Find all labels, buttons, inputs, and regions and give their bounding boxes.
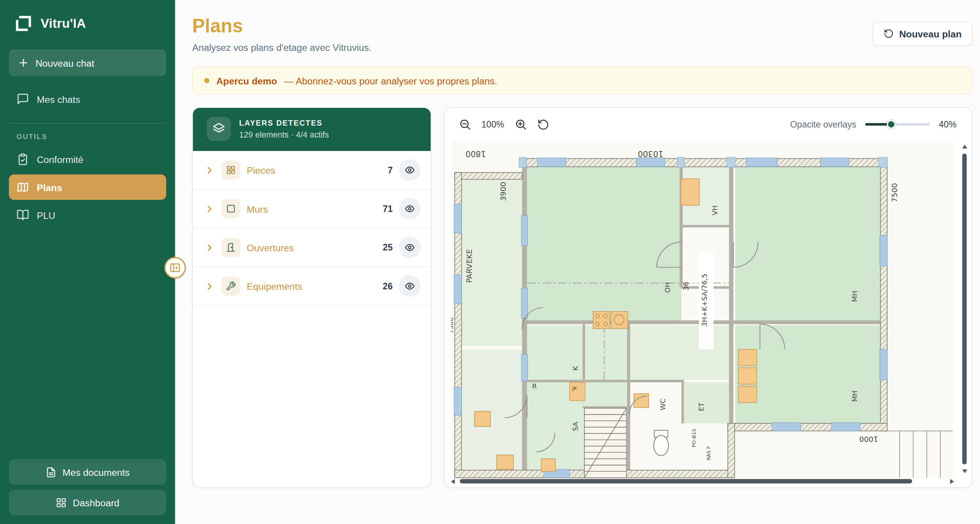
layers-icon [207,117,231,141]
dashboard-label: Dashboard [73,497,119,508]
mes-documents-label: Mes documents [62,467,129,477]
viewer-toolbar: 100% Opacite overlays [445,108,972,141]
svg-text:SA: SA [571,422,579,431]
main-content: Plans Analysez vos plans d'etage avec Vi… [175,0,980,524]
opacity-slider-thumb[interactable] [887,120,896,129]
svg-text:MH: MH [851,291,859,302]
svg-text:K: K [571,366,579,371]
layer-name: Pieces [247,165,275,175]
eye-icon [405,204,415,214]
svg-text:3H+K+SA/76,5: 3H+K+SA/76,5 [700,274,708,326]
app-logo-row: Vitru'IA [9,14,166,33]
plan-canvas[interactable]: 180010300390075007500PARVEKEVHOH363H+K+S… [451,141,953,479]
layer-row-ouvertures[interactable]: Ouvertures 25 [193,228,431,267]
scroll-up-arrow-icon[interactable] [962,144,967,148]
demo-banner: Apercu demo — Abonnez-vous pour analyser… [192,67,972,94]
layer-count: 25 [383,242,393,252]
layer-name: Ouvertures [247,242,294,253]
chat-bubble-icon [17,92,29,105]
layers-panel-header: LAYERS DETECTES 129 elements · 4/4 actif… [193,108,431,151]
new-chat-button[interactable]: Nouveau chat [9,49,166,76]
wall-square-icon [222,199,240,218]
plan-viewer: 100% Opacite overlays [444,107,973,488]
horizontal-scroll-thumb[interactable] [460,479,912,484]
svg-text:10300: 10300 [638,149,663,159]
svg-text:3900: 3900 [499,182,508,201]
layer-row-equipements[interactable]: Equipements 26 [193,267,431,306]
app-logo-icon [14,14,33,33]
svg-text:VH: VH [711,205,719,215]
page-title: Plans [192,15,372,36]
eye-icon [405,242,415,252]
svg-text:PARVEKE: PARVEKE [465,249,474,283]
svg-text:7500: 7500 [451,317,455,334]
svg-text:36: 36 [682,282,690,291]
rooms-grid-icon [222,161,240,180]
opacity-label: Opacite overlays [790,119,856,129]
svg-text:R: R [532,382,537,390]
mes-documents-button[interactable]: Mes documents [9,459,166,485]
layer-visibility-button[interactable] [399,275,421,297]
banner-text: — Abonnez-vous pour analyser vos propres… [284,75,497,86]
chevron-right-icon[interactable] [204,281,215,292]
scroll-right-arrow-icon[interactable] [950,479,954,484]
scroll-left-arrow-icon[interactable] [451,479,455,484]
banner-dot-icon [204,78,209,83]
sidebar-item-mes-chats[interactable]: Mes chats [9,86,166,112]
sidebar: Vitru'IA Nouveau chat Mes chats OUTILS C… [0,0,175,524]
layer-count: 26 [383,281,393,291]
svg-text:JK: JK [572,385,577,391]
scroll-down-arrow-icon[interactable] [962,469,967,473]
chevron-right-icon[interactable] [204,203,215,214]
dashboard-button[interactable]: Dashboard [9,490,166,515]
zoom-out-button[interactable] [458,118,471,131]
app-name: Vitru'IA [40,16,86,31]
rotate-ccw-icon [883,29,893,39]
chevron-right-icon[interactable] [204,242,215,253]
svg-text:1800: 1800 [465,149,486,159]
layer-count: 7 [388,165,393,175]
sidebar-item-label: Plans [37,182,62,193]
new-plan-label: Nouveau plan [899,28,962,39]
svg-text:WC: WC [659,398,667,410]
eye-icon [405,165,415,175]
file-text-icon [45,467,56,477]
sidebar-item-conformite[interactable]: Conformité [9,146,166,172]
chevron-right-icon[interactable] [204,165,215,175]
svg-text:7500: 7500 [890,183,899,202]
svg-text:RAS F: RAS F [706,446,712,460]
wrench-icon [222,277,240,296]
reset-view-button[interactable] [537,118,550,131]
vertical-scrollbar[interactable] [960,143,968,475]
mes-chats-label: Mes chats [37,94,81,104]
app-window: Vitru'IA Nouveau chat Mes chats OUTILS C… [0,0,980,524]
new-plan-button[interactable]: Nouveau plan [873,22,972,46]
layer-name: Murs [247,203,268,214]
zoom-in-button[interactable] [514,118,527,131]
layer-visibility-button[interactable] [399,159,421,181]
plus-icon [18,57,29,69]
opacity-value: 40% [939,119,957,129]
svg-text:ET: ET [697,403,705,411]
map-icon [17,181,29,193]
layer-name: Equipements [247,281,302,292]
layers-panel-subtitle: 129 elements · 4/4 actifs [239,130,329,139]
sidebar-item-plans[interactable]: Plans [9,175,166,200]
svg-text:OH: OH [663,282,671,293]
horizontal-scrollbar[interactable] [450,477,955,485]
door-icon [222,238,240,257]
layer-visibility-button[interactable] [399,237,421,258]
sidebar-item-label: PLU [37,210,55,220]
svg-text:PO-B15: PO-B15 [691,428,697,447]
vertical-scroll-thumb[interactable] [962,153,967,464]
sidebar-collapse-button[interactable] [164,257,186,279]
sidebar-item-plu[interactable]: PLU [9,202,166,228]
clipboard-check-icon [17,153,29,166]
sidebar-item-label: Conformité [37,154,84,165]
layer-row-pieces[interactable]: Pieces 7 [193,151,431,190]
layer-visibility-button[interactable] [399,198,421,220]
eye-icon [405,281,415,291]
svg-text:MH: MH [851,391,859,402]
layer-row-murs[interactable]: Murs 71 [193,190,431,228]
opacity-slider[interactable] [865,120,930,129]
